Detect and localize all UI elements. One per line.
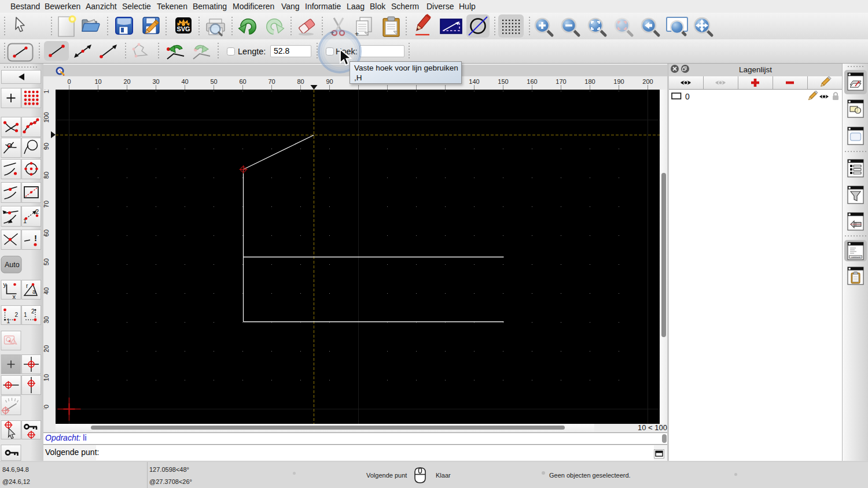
svg-text:20: 20: [43, 345, 50, 352]
svg-text:40: 40: [43, 287, 50, 294]
svg-text:!: !: [34, 233, 37, 243]
svg-text:2: 2: [31, 308, 35, 315]
svg-text:10: 10: [94, 78, 101, 85]
svg-text:190: 190: [613, 78, 624, 85]
svg-text:160: 160: [527, 78, 537, 85]
svg-text:a: a: [32, 289, 36, 295]
svg-text:140: 140: [469, 78, 479, 85]
svg-text:100: 100: [43, 112, 50, 123]
svg-text:x: x: [13, 293, 16, 300]
svg-text:110: 110: [43, 90, 50, 94]
svg-text:command: command: [851, 256, 860, 258]
svg-text:90: 90: [43, 143, 50, 150]
svg-text:1: 1: [7, 318, 10, 324]
svg-text:20: 20: [123, 78, 130, 85]
svg-text:SVG: SVG: [176, 25, 190, 32]
svg-text:Auto: Auto: [5, 261, 20, 269]
svg-text:40: 40: [181, 78, 188, 85]
svg-text:80: 80: [43, 172, 50, 179]
svg-text:0: 0: [67, 78, 71, 85]
svg-text:170: 170: [556, 78, 566, 85]
svg-text:10: 10: [43, 374, 50, 381]
svg-text:150: 150: [498, 78, 508, 85]
svg-text:y: y: [3, 281, 7, 288]
svg-text:0: 0: [43, 405, 50, 408]
svg-text:80: 80: [297, 78, 304, 85]
svg-text:200: 200: [642, 78, 653, 85]
svg-text:70: 70: [268, 78, 275, 85]
svg-text:30: 30: [152, 78, 159, 85]
svg-text:50: 50: [43, 258, 50, 265]
svg-text:60: 60: [239, 78, 246, 85]
svg-text:70: 70: [43, 201, 50, 208]
svg-text:30: 30: [43, 316, 50, 323]
svg-text:60: 60: [43, 230, 50, 236]
svg-text:180: 180: [584, 78, 595, 85]
svg-text:50: 50: [210, 78, 217, 85]
svg-text:1: 1: [24, 312, 27, 318]
svg-text:0: 0: [685, 92, 690, 101]
svg-text:90: 90: [326, 78, 333, 85]
svg-text:2: 2: [15, 312, 19, 318]
